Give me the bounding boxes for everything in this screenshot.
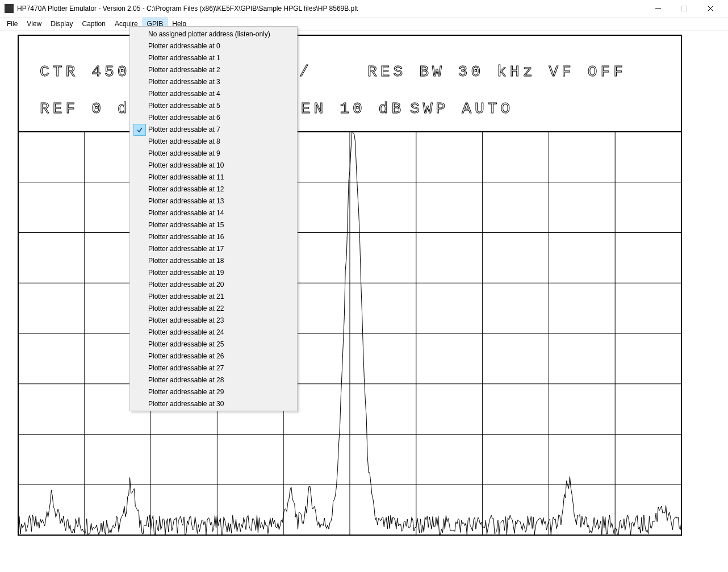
menu-item-label: Plotter addressable at 4 <box>148 90 220 98</box>
gpib-addr-17[interactable]: Plotter addressable at 17 <box>131 243 296 254</box>
menu-item-label: Plotter addressable at 23 <box>148 316 224 324</box>
gpib-addr-18[interactable]: Plotter addressable at 18 <box>131 254 296 266</box>
menu-item-label: Plotter addressable at 24 <box>148 328 224 336</box>
menu-item-label: Plotter addressable at 16 <box>148 233 224 241</box>
gpib-addr-24[interactable]: Plotter addressable at 24 <box>131 326 296 338</box>
gpib-addr-21[interactable]: Plotter addressable at 21 <box>131 290 296 302</box>
gpib-addr-0[interactable]: Plotter addressable at 0 <box>131 40 296 52</box>
gpib-addr-8[interactable]: Plotter addressable at 8 <box>131 135 296 147</box>
gpib-addr-1[interactable]: Plotter addressable at 1 <box>131 52 296 64</box>
gpib-addr-29[interactable]: Plotter addressable at 29 <box>131 386 296 398</box>
menu-item-label: Plotter addressable at 14 <box>148 209 224 217</box>
gpib-addr-22[interactable]: Plotter addressable at 22 <box>131 302 296 314</box>
menu-item-label: No assigned plotter address (listen-only… <box>148 30 270 38</box>
gpib-addr-11[interactable]: Plotter addressable at 11 <box>131 171 296 183</box>
menu-item-label: Plotter addressable at 0 <box>148 42 220 50</box>
menu-item-label: Plotter addressable at 12 <box>148 185 224 193</box>
gpib-addr-5[interactable]: Plotter addressable at 5 <box>131 99 296 111</box>
hdr-atten: TEN 10 dB <box>288 100 404 118</box>
menu-item-label: Plotter addressable at 22 <box>148 304 224 312</box>
gpib-listen-only[interactable]: No assigned plotter address (listen-only… <box>131 28 296 40</box>
menu-item-label: Plotter addressable at 5 <box>148 102 220 110</box>
menu-item-label: Plotter addressable at 26 <box>148 352 224 360</box>
maximize-button[interactable] <box>671 0 697 17</box>
gpib-addr-25[interactable]: Plotter addressable at 25 <box>131 338 296 350</box>
gpib-addr-20[interactable]: Plotter addressable at 20 <box>131 278 296 290</box>
gpib-addr-3[interactable]: Plotter addressable at 3 <box>131 76 296 87</box>
gpib-addr-26[interactable]: Plotter addressable at 26 <box>131 350 296 362</box>
menu-item-label: Plotter addressable at 15 <box>148 221 224 229</box>
gpib-addr-23[interactable]: Plotter addressable at 23 <box>131 314 296 326</box>
menu-item-label: Plotter addressable at 1 <box>148 54 220 62</box>
gpib-addr-16[interactable]: Plotter addressable at 16 <box>131 231 296 243</box>
gpib-addr-7[interactable]: Plotter addressable at 7 <box>131 123 296 135</box>
svg-rect-0 <box>682 6 687 11</box>
menu-item-label: Plotter addressable at 18 <box>148 257 224 265</box>
app-icon <box>5 4 14 13</box>
menu-item-label: Plotter addressable at 6 <box>148 114 220 122</box>
gpib-addr-6[interactable]: Plotter addressable at 6 <box>131 111 296 123</box>
menu-item-label: Plotter addressable at 20 <box>148 281 224 289</box>
menu-file[interactable]: File <box>2 18 22 30</box>
hdr-swp: SWP AUTO <box>410 100 513 118</box>
menu-item-label: Plotter addressable at 19 <box>148 269 224 277</box>
menu-item-label: Plotter addressable at 29 <box>148 388 224 396</box>
menu-bar: FileViewDisplayCaptionAcquireGPIBHelp <box>0 17 728 31</box>
gpib-addr-13[interactable]: Plotter addressable at 13 <box>131 195 296 207</box>
minimize-button[interactable] <box>645 0 671 17</box>
check-icon <box>133 124 146 136</box>
menu-view[interactable]: View <box>22 18 46 30</box>
gpib-addr-28[interactable]: Plotter addressable at 28 <box>131 374 296 386</box>
gpib-addr-30[interactable]: Plotter addressable at 30 <box>131 398 296 410</box>
menu-item-label: Plotter addressable at 7 <box>148 126 220 133</box>
menu-item-label: Plotter addressable at 9 <box>148 149 220 157</box>
hdr-slash: / <box>299 63 312 81</box>
menu-display[interactable]: Display <box>46 18 77 30</box>
gpib-addr-19[interactable]: Plotter addressable at 19 <box>131 266 296 278</box>
gpib-addr-4[interactable]: Plotter addressable at 4 <box>131 87 296 99</box>
menu-item-label: Plotter addressable at 2 <box>148 66 220 74</box>
gpib-addr-10[interactable]: Plotter addressable at 10 <box>131 159 296 171</box>
menu-item-label: Plotter addressable at 8 <box>148 137 220 145</box>
hdr-resbw: RES BW 30 kHz VF OFF <box>367 63 626 81</box>
menu-item-label: Plotter addressable at 27 <box>148 364 224 372</box>
menu-item-label: Plotter addressable at 30 <box>148 400 224 408</box>
menu-item-label: Plotter addressable at 25 <box>148 340 224 348</box>
menu-item-label: Plotter addressable at 28 <box>148 376 224 384</box>
gpib-addr-27[interactable]: Plotter addressable at 27 <box>131 362 296 374</box>
menu-item-label: Plotter addressable at 10 <box>148 161 224 169</box>
plot-svg: CTR 450./RES BW 30 kHz VF OFFREF 0 dBmTE… <box>1 31 726 570</box>
menu-caption[interactable]: Caption <box>78 18 110 30</box>
gpib-addr-9[interactable]: Plotter addressable at 9 <box>131 147 296 159</box>
gpib-addr-15[interactable]: Plotter addressable at 15 <box>131 219 296 231</box>
menu-item-label: Plotter addressable at 3 <box>148 78 220 86</box>
title-bar: HP7470A Plotter Emulator - Version 2.05 … <box>0 0 728 17</box>
gpib-addr-14[interactable]: Plotter addressable at 14 <box>131 207 296 219</box>
menu-item-label: Plotter addressable at 13 <box>148 197 224 205</box>
menu-item-label: Plotter addressable at 11 <box>148 173 224 181</box>
window-buttons <box>645 0 723 17</box>
plot-canvas: CTR 450./RES BW 30 kHz VF OFFREF 0 dBmTE… <box>1 31 726 570</box>
gpib-addr-2[interactable]: Plotter addressable at 2 <box>131 64 296 76</box>
menu-item-label: Plotter addressable at 17 <box>148 245 224 253</box>
close-button[interactable] <box>697 0 723 17</box>
hdr-ctr: CTR 450. <box>40 63 143 81</box>
gpib-addr-12[interactable]: Plotter addressable at 12 <box>131 183 296 195</box>
window-title: HP7470A Plotter Emulator - Version 2.05 … <box>17 5 645 12</box>
menu-item-label: Plotter addressable at 21 <box>148 293 224 300</box>
gpib-menu-dropdown: No assigned plotter address (listen-only… <box>129 26 298 411</box>
